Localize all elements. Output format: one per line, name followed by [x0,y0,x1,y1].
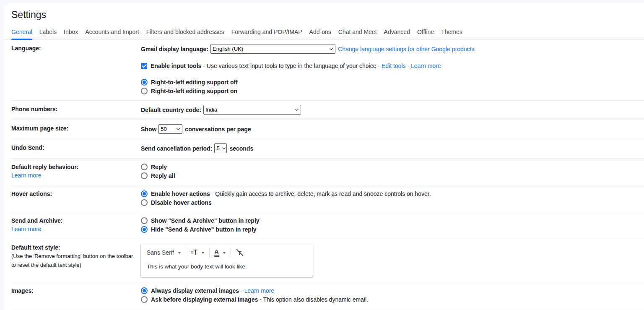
settings-row-max-page-size: Maximum page size: Show 50 conversations… [11,120,644,139]
language-label: Language: [11,44,141,95]
country-code-select[interactable]: India [203,105,301,115]
hide-send-archive-label: Hide "Send & Archive" button in reply [151,225,257,234]
toolbar-divider [209,248,210,257]
reply-all-radio[interactable] [141,172,148,179]
remove-formatting-button[interactable]: T [236,248,244,257]
enable-input-tools-checkbox[interactable] [141,63,147,69]
reply-option-label: Reply [151,163,167,171]
settings-row-undo-send: Undo Send: Send cancellation period: 5 s… [11,139,644,159]
page-title: Settings [11,3,644,20]
tab-inbox[interactable]: Inbox [64,29,78,39]
page-size-select-wrap: 50 [158,124,182,134]
change-language-settings-link[interactable]: Change language settings for other Googl… [338,45,474,53]
display-language-select[interactable]: English (UK) [210,44,335,54]
hover-actions-label: Hover actions: [11,190,141,207]
tab-general[interactable]: General [11,29,32,39]
text-style-preview-box: Sans Serif TT A [141,244,313,277]
edit-tools-link[interactable]: Edit tools [382,63,406,69]
tab-chat-and-meet[interactable]: Chat and Meet [338,29,377,39]
show-send-archive-radio[interactable] [141,217,148,224]
settings-row-language: Language: Gmail display language: Englis… [11,40,644,101]
settings-row-phone-numbers: Phone numbers: Default country code: Ind… [11,101,644,120]
chevron-down-icon [178,252,181,254]
tab-offline[interactable]: Offline [417,29,434,39]
images-learn-more-link[interactable]: Learn more [244,287,275,294]
tab-forwarding-and-pop-imap[interactable]: Forwarding and POP/IMAP [231,29,302,39]
settings-row-default-reply: Default reply behaviour: Learn more Repl… [11,159,644,185]
font-family-value: Sans Serif [147,248,174,257]
default-reply-learn-more-link[interactable]: Learn more [11,171,137,180]
separator-dash: - [239,287,244,294]
text-style-preview-text: This is what your body text will look li… [141,260,313,277]
rtl-support-on-radio[interactable] [141,88,148,94]
tab-themes[interactable]: Themes [441,29,462,39]
reply-all-option-label: Reply all [151,172,175,180]
default-text-style-label: Default text style: [11,244,60,251]
hide-send-archive-radio[interactable] [141,226,148,233]
settings-row-send-and-archive: Send and Archive: Learn more Show "Send … [11,212,644,239]
text-color-dropdown[interactable]: A [214,248,226,257]
always-display-images-radio[interactable] [141,287,148,294]
undo-send-label: Undo Send: [11,143,141,153]
tab-advanced[interactable]: Advanced [384,29,410,39]
settings-row-images: Images: Always display external images -… [11,282,644,309]
input-tools-learn-more-link[interactable]: Learn more [411,63,441,69]
enable-input-tools-desc: - Use various text input tools to type i… [201,63,382,69]
display-language-select-wrap: English (UK) [210,44,335,54]
cancellation-period-select[interactable]: 5 [214,143,227,153]
settings-row-default-text-style: Default text style: (Use the 'Remove for… [11,239,644,282]
page-size-select[interactable]: 50 [158,124,182,134]
send-and-archive-label: Send and Archive: [11,217,62,224]
show-send-archive-label: Show "Send & Archive" button in reply [151,216,260,225]
disable-hover-actions-label: Disable hover actions [151,198,212,207]
images-label: Images: [11,287,141,304]
separator-dash: - [406,63,411,69]
font-family-dropdown[interactable]: Sans Serif [147,248,181,257]
ask-before-display-images-desc: - This option also disables dynamic emai… [258,296,368,303]
max-page-size-label: Maximum page size: [11,124,141,134]
ask-before-display-images-label: Ask before displaying external images [151,296,258,303]
display-language-field-label: Gmail display language: [141,45,208,53]
default-reply-label: Default reply behaviour: [11,164,78,170]
rtl-support-off-radio[interactable] [141,79,148,86]
text-size-icon: T [191,250,194,255]
toolbar-divider [186,248,186,257]
phone-numbers-label: Phone numbers: [11,105,141,115]
default-text-style-note: (Use the 'Remove formatting' button on t… [11,252,137,269]
always-display-images-label: Always display external images [151,287,239,294]
tab-labels[interactable]: Labels [39,29,57,39]
settings-panel: Settings General Labels Inbox Accounts a… [4,3,644,310]
disable-hover-actions-radio[interactable] [141,199,148,206]
text-color-icon: A [214,248,219,257]
chevron-down-icon [223,252,226,254]
rtl-support-off-label: Right-to-left editing support off [151,78,238,86]
settings-row-hover-actions: Hover actions: Enable hover actions - Qu… [11,185,644,212]
enable-hover-actions-label: Enable hover actions [151,190,210,197]
conversations-per-page-label: conversations per page [185,125,251,133]
send-and-archive-learn-more-link[interactable]: Learn more [11,225,137,233]
seconds-label: seconds [229,144,253,153]
tab-add-ons[interactable]: Add-ons [309,29,331,39]
toolbar-divider [231,248,231,257]
settings-tabs: General Labels Inbox Accounts and Import… [4,29,644,40]
enable-hover-actions-desc: - Quickly gain access to archive, delete… [210,190,431,197]
rtl-support-on-label: Right-to-left editing support on [151,87,237,95]
chevron-down-icon [201,252,205,254]
default-country-code-field-label: Default country code: [141,106,201,114]
enable-hover-actions-radio[interactable] [141,190,148,197]
text-size-dropdown[interactable]: TT [191,249,205,256]
tab-filters-and-blocked-addresses[interactable]: Filters and blocked addresses [146,29,224,39]
cancellation-period-field-label: Send cancellation period: [141,144,212,153]
remove-formatting-icon: T [236,248,244,257]
ask-before-display-images-radio[interactable] [141,296,148,303]
cancellation-period-select-wrap: 5 [214,143,227,153]
tab-accounts-and-import[interactable]: Accounts and Import [85,29,139,39]
enable-input-tools-label: Enable input tools [151,63,201,69]
show-label: Show [141,125,156,133]
country-code-select-wrap: India [203,105,301,115]
reply-radio[interactable] [141,164,148,170]
